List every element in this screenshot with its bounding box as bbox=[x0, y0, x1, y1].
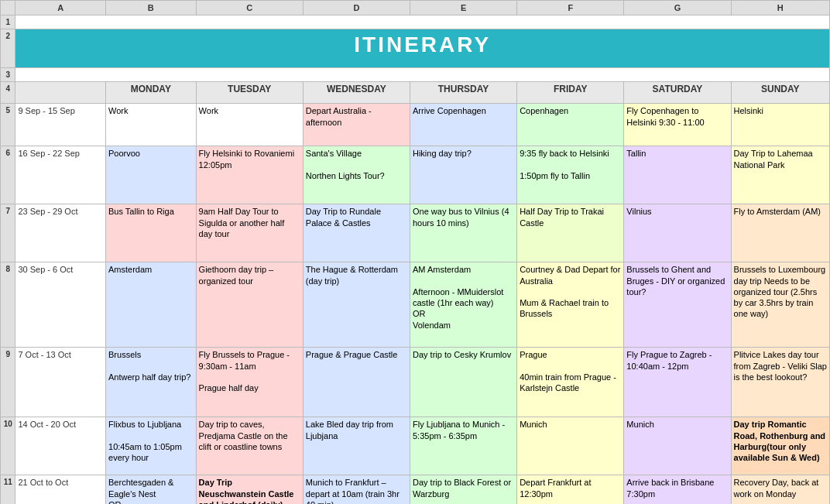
row-6-tuesday: Fly Helsinki to Rovaniemi 12:05pm bbox=[196, 146, 303, 204]
row-10-wednesday: Lake Bled day trip from Ljubjana bbox=[303, 417, 410, 475]
row-11-wednesday: Munich to Frankfurt – depart at 10am (tr… bbox=[303, 475, 410, 504]
week-6-label: 16 Sep - 22 Sep bbox=[15, 146, 106, 204]
row-10-monday: Flixbus to Ljubljana 10:45am to 1:05pm e… bbox=[106, 417, 197, 475]
row-3-num: 3 bbox=[1, 68, 15, 82]
row-7-friday: Half Day Trip to Trakai Castle bbox=[517, 204, 624, 262]
row-5-sunday: Helsinki bbox=[731, 104, 829, 146]
week-9-label: 7 Oct - 13 Oct bbox=[15, 348, 106, 417]
row-11-sunday: Recovery Day, back at work on Monday bbox=[731, 475, 829, 504]
week-col-header bbox=[15, 82, 106, 104]
row-7-num: 7 bbox=[1, 204, 15, 262]
row-3-empty bbox=[15, 68, 830, 82]
row-9-wednesday: Prague & Prague Castle bbox=[303, 348, 410, 417]
row-7-sunday: Fly to Amsterdam (AM) bbox=[731, 204, 829, 262]
row-10-saturday: Munich bbox=[624, 417, 731, 475]
spreadsheet-table: A B C D E F G H 1 2 ITINERARY 3 4 MON bbox=[0, 0, 830, 504]
row-9-saturday: Fly Prague to Zagreb - 10:40am - 12pm bbox=[624, 348, 731, 417]
corner-cell bbox=[1, 1, 15, 15]
row-7-wednesday: Day Trip to Rundale Palace & Castles bbox=[303, 204, 410, 262]
week-5-label: 9 Sep - 15 Sep bbox=[15, 104, 106, 146]
row-6-wednesday: Santa's Village Northen Lights Tour? bbox=[303, 146, 410, 204]
row-9-monday: Brussels Antwerp half day trip? bbox=[106, 348, 197, 417]
row-5-saturday: Fly Copenhagen to Helsinki 9:30 - 11:00 bbox=[624, 104, 731, 146]
title-cell: ITINERARY bbox=[15, 29, 830, 68]
col-f-header: F bbox=[517, 1, 624, 15]
col-c-header: C bbox=[196, 1, 303, 15]
row-11-thursday: Day trip to Black Forest or Warzburg bbox=[410, 475, 516, 504]
row-2-num: 2 bbox=[1, 29, 15, 68]
row-5-thursday: Arrive Copenhagen bbox=[410, 104, 516, 146]
row-8-wednesday: The Hague & Rotterdam (day trip) bbox=[303, 262, 410, 348]
row-11-saturday: Arrive back in Brisbane 7:30pm bbox=[624, 475, 731, 504]
saturday-header: SATURDAY bbox=[624, 82, 731, 104]
row-11-monday: Berchtesgaden & Eagle's Nest OR Nurember… bbox=[106, 475, 197, 504]
row-10-friday: Munich bbox=[517, 417, 624, 475]
row-6-sunday: Day Trip to Lahemaa National Park bbox=[731, 146, 829, 204]
row-9-friday: Prague 40min train from Prague - Karlste… bbox=[517, 348, 624, 417]
thursday-header: THURSDAY bbox=[410, 82, 516, 104]
row-8-sunday: Brussels to Luxembourg day trip Needs to… bbox=[731, 262, 829, 348]
row-5-tuesday: Work bbox=[196, 104, 303, 146]
row-9-num: 9 bbox=[1, 348, 15, 417]
row-6-friday: 9:35 fly back to Helsinki 1:50pm fly to … bbox=[517, 146, 624, 204]
row-8-friday: Courtney & Dad Depart for Australia Mum … bbox=[517, 262, 624, 348]
col-b-header: B bbox=[106, 1, 197, 15]
col-g-header: G bbox=[624, 1, 731, 15]
row-11-tuesday: Day Trip Neuschwanstein Castle and Linde… bbox=[196, 475, 303, 504]
row-8-monday: Amsterdam bbox=[106, 262, 197, 348]
row-6-saturday: Tallin bbox=[624, 146, 731, 204]
week-7-label: 23 Sep - 29 Oct bbox=[15, 204, 106, 262]
row-8-tuesday: Giethoorn day trip – organized tour bbox=[196, 262, 303, 348]
week-11-label: 21 Oct to Oct bbox=[15, 475, 106, 504]
week-8-label: 30 Sep - 6 Oct bbox=[15, 262, 106, 348]
friday-header: FRIDAY bbox=[517, 82, 624, 104]
row-7-thursday: One way bus to Vilnius (4 hours 10 mins) bbox=[410, 204, 516, 262]
wednesday-header: WEDNESDAY bbox=[303, 82, 410, 104]
col-h-header: H bbox=[731, 1, 829, 15]
row-7-saturday: Vilnius bbox=[624, 204, 731, 262]
row-6-thursday: Hiking day trip? bbox=[410, 146, 516, 204]
row-6-monday: Poorvoo bbox=[106, 146, 197, 204]
col-e-header: E bbox=[410, 1, 516, 15]
row-5-monday: Work bbox=[106, 104, 197, 146]
row-1-empty bbox=[15, 15, 830, 29]
row-9-thursday: Day trip to Cesky Krumlov bbox=[410, 348, 516, 417]
row-7-tuesday: 9am Half Day Tour to Sigulda or another … bbox=[196, 204, 303, 262]
row-9-sunday: Plitvice Lakes day tour from Zagreb - Ve… bbox=[731, 348, 829, 417]
row-10-num: 10 bbox=[1, 417, 15, 475]
tuesday-header: TUESDAY bbox=[196, 82, 303, 104]
row-5-wednesday: Depart Australia - afternoon bbox=[303, 104, 410, 146]
row-8-saturday: Brussels to Ghent and Bruges - DIY or or… bbox=[624, 262, 731, 348]
row-8-thursday: AM Amsterdam Afternoon - MMuiderslot cas… bbox=[410, 262, 516, 348]
row-5-friday: Copenhagen bbox=[517, 104, 624, 146]
sunday-header: SUNDAY bbox=[731, 82, 829, 104]
row-8-num: 8 bbox=[1, 262, 15, 348]
row-11-friday: Depart Frankfurt at 12:30pm bbox=[517, 475, 624, 504]
row-9-tuesday: Fly Brussels to Prague - 9:30am - 11am P… bbox=[196, 348, 303, 417]
row-10-sunday: Day trip Romantic Road, Rothenburg and H… bbox=[731, 417, 829, 475]
week-10-label: 14 Oct - 20 Oct bbox=[15, 417, 106, 475]
row-1-num: 1 bbox=[1, 15, 15, 29]
row-6-num: 6 bbox=[1, 146, 15, 204]
row-5-num: 5 bbox=[1, 104, 15, 146]
col-d-header: D bbox=[303, 1, 410, 15]
col-a-header: A bbox=[15, 1, 106, 15]
row-10-tuesday: Day trip to caves, Predjama Castle on th… bbox=[196, 417, 303, 475]
row-7-monday: Bus Tallin to Riga bbox=[106, 204, 197, 262]
monday-header: MONDAY bbox=[106, 82, 197, 104]
row-10-thursday: Fly Ljubljana to Munich - 5:35pm - 6:35p… bbox=[410, 417, 516, 475]
row-11-num: 11 bbox=[1, 475, 15, 504]
row-4-num: 4 bbox=[1, 82, 15, 104]
